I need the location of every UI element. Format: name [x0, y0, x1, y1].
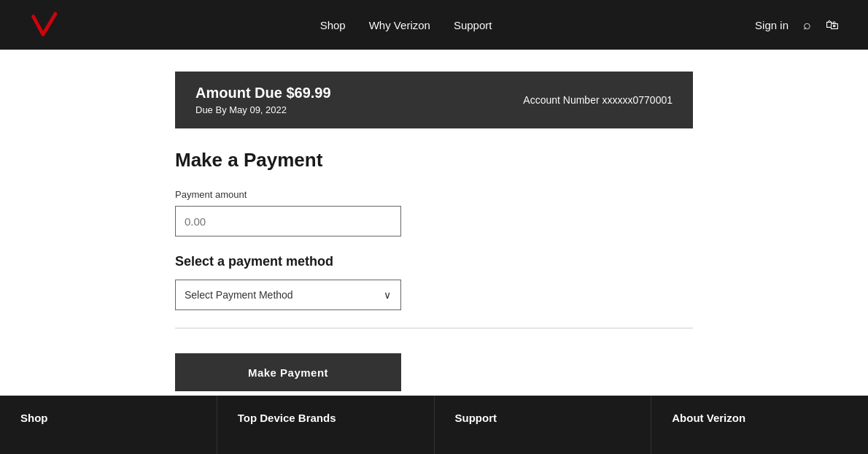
payment-method-select[interactable]: Select Payment Method — [175, 280, 401, 310]
bag-icon[interactable]: 🛍 — [826, 18, 839, 33]
select-payment-section: Select a payment method Select Payment M… — [175, 254, 693, 310]
amount-due-left: Amount Due $69.99 Due By May 09, 2022 — [195, 85, 331, 115]
header: Shop Why Verizon Support Sign in ⌕ 🛍 — [0, 0, 868, 50]
main-content: Amount Due $69.99 Due By May 09, 2022 Ac… — [0, 50, 868, 420]
footer-shop-title: Shop — [20, 412, 48, 424]
payment-amount-input[interactable] — [175, 206, 401, 236]
nav-why-verizon[interactable]: Why Verizon — [369, 19, 430, 31]
amount-due-amount: Amount Due $69.99 — [195, 85, 331, 101]
footer: Shop Top Device Brands Support About Ver… — [0, 396, 868, 454]
payment-method-wrapper: Select Payment Method — [175, 280, 401, 310]
footer-col-brands: Top Device Brands — [217, 396, 435, 454]
footer-support-title: Support — [455, 412, 497, 424]
make-payment-button[interactable]: Make Payment — [175, 353, 401, 391]
footer-col-shop: Shop — [0, 396, 217, 454]
sign-in-link[interactable]: Sign in — [755, 19, 788, 31]
footer-about-title: About Verizon — [672, 412, 745, 424]
footer-col-about: About Verizon — [651, 396, 868, 454]
nav-support[interactable]: Support — [454, 19, 492, 31]
payment-amount-section: Payment amount — [175, 189, 693, 236]
amount-due-banner: Amount Due $69.99 Due By May 09, 2022 Ac… — [175, 72, 693, 128]
account-number: Account Number xxxxxx0770001 — [523, 94, 673, 106]
search-icon[interactable]: ⌕ — [803, 18, 811, 33]
page-title: Make a Payment — [175, 149, 693, 172]
footer-col-support: Support — [435, 396, 652, 454]
header-right: Sign in ⌕ 🛍 — [755, 18, 839, 33]
logo[interactable] — [29, 11, 57, 39]
due-date: Due By May 09, 2022 — [195, 104, 331, 115]
footer-brands-title: Top Device Brands — [238, 412, 336, 424]
nav-shop[interactable]: Shop — [320, 19, 346, 31]
divider — [175, 328, 693, 328]
main-nav: Shop Why Verizon Support — [320, 19, 492, 31]
select-payment-title: Select a payment method — [175, 254, 693, 269]
payment-amount-label: Payment amount — [175, 189, 693, 200]
